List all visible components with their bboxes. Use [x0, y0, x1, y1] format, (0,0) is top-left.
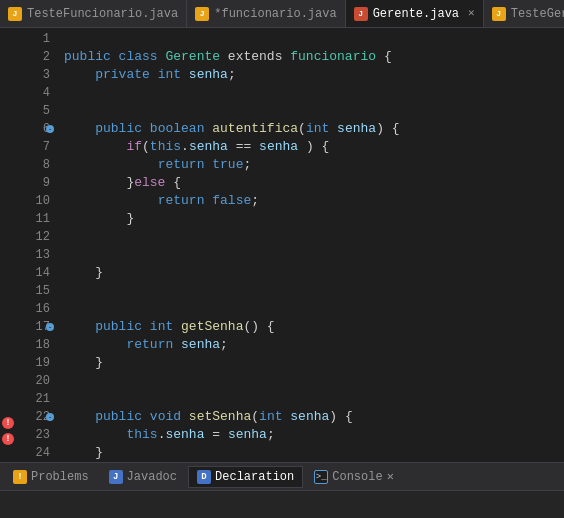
close-console-icon[interactable]: ✕: [387, 469, 394, 484]
java-icon: J: [195, 7, 209, 21]
javadoc-icon: J: [109, 470, 123, 484]
ln-23: 23: [16, 426, 50, 444]
gutter-line-6: [0, 106, 16, 122]
gutter-line-23: [0, 369, 16, 385]
gutter-line-18: [0, 292, 16, 308]
ln-22: 22-: [16, 408, 50, 426]
code-line-3: private int senha;: [56, 66, 550, 84]
tab-testegerente[interactable]: J TesteGerente.ja: [484, 0, 564, 27]
fold-icon-17[interactable]: -: [46, 323, 54, 331]
tab-gerente[interactable]: J Gerente.java ✕: [346, 0, 484, 27]
problems-icon: !: [13, 470, 27, 484]
vertical-scrollbar[interactable]: [550, 28, 564, 462]
ln-9: 9: [16, 174, 50, 192]
code-line-18: return senha;: [56, 336, 550, 354]
ln-12: 12: [16, 228, 50, 246]
tab-testefuncionario[interactable]: J TesteFuncionario.java: [0, 0, 187, 27]
ln-14: 14: [16, 264, 50, 282]
code-line-24: }: [56, 444, 550, 462]
gutter-line-27: !: [0, 431, 16, 447]
code-line-15: [56, 282, 550, 300]
gutter-line-17: [0, 276, 16, 292]
ln-15: 15: [16, 282, 50, 300]
gutter-line-24: [0, 385, 16, 401]
tab-problems[interactable]: ! Problems: [4, 466, 98, 488]
bottom-panel: ! Problems J Javadoc D Declaration >_ Co…: [0, 462, 564, 518]
code-line-23: this.senha = senha;: [56, 426, 550, 444]
ln-21: 21: [16, 390, 50, 408]
tab-label: TesteGerente.ja: [511, 7, 564, 21]
ln-16: 16: [16, 300, 50, 318]
gutter-line-16: [0, 261, 16, 277]
tab-bar: J TesteFuncionario.java J *funcionario.j…: [0, 0, 564, 28]
ln-8: 8: [16, 156, 50, 174]
error-marker-26: !: [2, 417, 14, 429]
ln-3: 3: [16, 66, 50, 84]
editor-area: ! ! 1 2 3 4 5 6- 7 8 9 10 11 12 13 14 15…: [0, 28, 564, 462]
gutter-line-2: [0, 44, 16, 60]
ln-17: 17-: [16, 318, 50, 336]
code-line-11: }: [56, 210, 550, 228]
code-line-6: public boolean autentifica(int senha) {: [56, 120, 550, 138]
gutter-line-25: [0, 400, 16, 416]
tab-funcionario[interactable]: J *funcionario.java: [187, 0, 345, 27]
code-line-20: [56, 372, 550, 390]
javadoc-label: Javadoc: [127, 470, 177, 484]
error-marker-27: !: [2, 433, 14, 445]
gutter-line-13: [0, 214, 16, 230]
ln-11: 11: [16, 210, 50, 228]
gutter-line-4: [0, 75, 16, 91]
ln-20: 20: [16, 372, 50, 390]
ln-19: 19: [16, 354, 50, 372]
ln-2: 2: [16, 48, 50, 66]
ln-13: 13: [16, 246, 50, 264]
tab-label: Gerente.java: [373, 7, 459, 21]
code-line-7: if(this.senha == senha ) {: [56, 138, 550, 156]
ln-10: 10: [16, 192, 50, 210]
code-line-16: [56, 300, 550, 318]
line-numbers: 1 2 3 4 5 6- 7 8 9 10 11 12 13 14 15 16 …: [16, 28, 56, 462]
java-icon: J: [492, 7, 506, 21]
code-line-17: public int getSenha() {: [56, 318, 550, 336]
gutter-line-8: [0, 137, 16, 153]
ln-4: 4: [16, 84, 50, 102]
code-line-12: [56, 228, 550, 246]
code-line-9: }else {: [56, 174, 550, 192]
ln-1: 1: [16, 30, 50, 48]
gutter-line-7: [0, 121, 16, 137]
tab-label: TesteFuncionario.java: [27, 7, 178, 21]
gutter-line-15: [0, 245, 16, 261]
gutter-line-19: [0, 307, 16, 323]
gutter-line-22: [0, 354, 16, 370]
problems-label: Problems: [31, 470, 89, 484]
code-line-14: }: [56, 264, 550, 282]
fold-icon-6[interactable]: -: [46, 125, 54, 133]
console-icon: >_: [314, 470, 328, 484]
gutter-line-3: [0, 59, 16, 75]
code-line-8: return true;: [56, 156, 550, 174]
tab-declaration[interactable]: D Declaration: [188, 466, 303, 488]
code-line-21: [56, 390, 550, 408]
gutter-line-28: [0, 447, 16, 463]
ln-24: 24: [16, 444, 50, 462]
code-editor[interactable]: public class Gerente extends funcionario…: [56, 28, 550, 462]
gutter-line-26: !: [0, 416, 16, 432]
gutter-line-11: [0, 183, 16, 199]
code-line-1: [56, 30, 550, 48]
gutter-line-21: [0, 338, 16, 354]
java-icon: J: [8, 7, 22, 21]
ln-18: 18: [16, 336, 50, 354]
tab-javadoc[interactable]: J Javadoc: [100, 466, 186, 488]
fold-icon-22[interactable]: -: [46, 413, 54, 421]
code-line-10: return false;: [56, 192, 550, 210]
code-line-4: [56, 84, 550, 102]
gutter-line-10: [0, 168, 16, 184]
tab-console[interactable]: >_ Console ✕: [305, 466, 403, 488]
code-line-13: [56, 246, 550, 264]
close-icon[interactable]: ✕: [468, 8, 475, 19]
gutter-line-1: [0, 28, 16, 44]
error-gutter: ! !: [0, 28, 16, 462]
tab-label: *funcionario.java: [214, 7, 336, 21]
code-line-5: [56, 102, 550, 120]
bottom-tab-bar: ! Problems J Javadoc D Declaration >_ Co…: [0, 463, 564, 491]
